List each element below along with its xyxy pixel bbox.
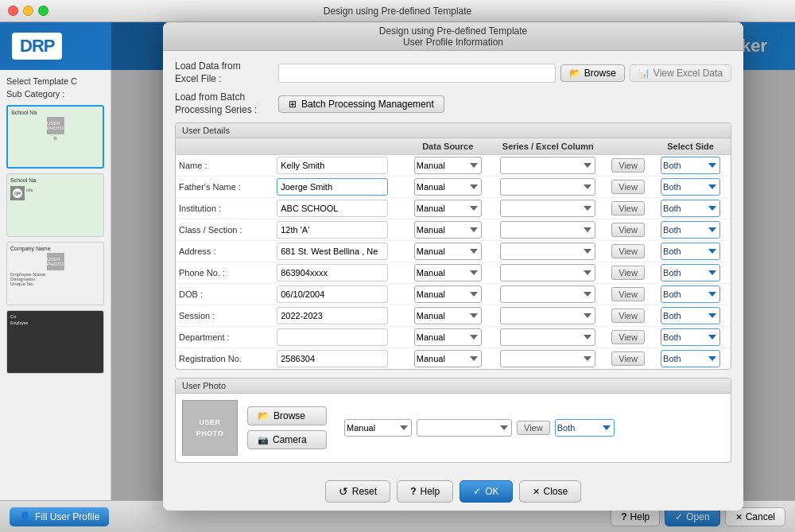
field-side-select-3[interactable]: Both Front Back (661, 221, 720, 239)
modal-overlay: Design using Pre-defined Template User P… (111, 22, 795, 500)
field-side-select-6[interactable]: Both Front Back (661, 285, 720, 303)
photo-browse-button[interactable]: 📂 Browse (247, 406, 327, 425)
ok-button[interactable]: OK (460, 480, 512, 503)
batch-processing-button[interactable]: Batch Processing Management (278, 95, 444, 113)
window-title: Design using Pre-defined Template (324, 6, 472, 17)
photo-camera-button[interactable]: Camera (247, 430, 327, 449)
photo-source-select[interactable]: Manual Series (344, 419, 412, 437)
select-template-label: Select Template C (6, 76, 104, 86)
field-series-select-3[interactable] (500, 221, 595, 239)
field-source-select-3[interactable]: Manual Series Excel (414, 221, 482, 239)
excel-browse-button[interactable]: 📂 Browse (560, 64, 625, 82)
field-view-btn-8[interactable]: View (611, 330, 645, 344)
field-series-select-0[interactable] (500, 157, 595, 174)
field-source-select-7[interactable]: Manual Series Excel (414, 307, 482, 324)
maximize-window-btn[interactable] (38, 6, 48, 16)
field-view-btn-3[interactable]: View (611, 223, 645, 237)
col-header-side: Select Side (650, 138, 731, 155)
template-thumb-4[interactable]: Co Employee (6, 310, 104, 374)
photo-side-select[interactable]: Both Front Back (555, 419, 615, 437)
load-batch-row: Load from BatchProcessing Series : Batch… (175, 91, 731, 116)
field-value-cell-6 (273, 284, 405, 305)
photo-series-select[interactable] (417, 419, 512, 437)
field-series-select-7[interactable] (500, 307, 595, 324)
template-thumb-1[interactable]: School Na USERPHOTO S (6, 105, 104, 169)
field-view-btn-9[interactable]: View (611, 351, 645, 366)
field-view-btn-0[interactable]: View (611, 158, 645, 173)
field-input-6[interactable] (277, 285, 388, 303)
field-source-select-9[interactable]: Manual Series Excel (414, 350, 482, 367)
field-input-1[interactable] (277, 178, 388, 196)
field-view-btn-4[interactable]: View (611, 244, 645, 258)
field-series-select-1[interactable] (500, 178, 595, 196)
field-view-btn-1[interactable]: View (611, 180, 645, 194)
field-side-select-9[interactable]: Both Front Back (661, 350, 720, 367)
help-button[interactable]: Help (397, 480, 453, 503)
app-logo: DRP (12, 33, 62, 60)
batch-icon (289, 99, 297, 110)
field-series-cell-9 (490, 348, 606, 370)
field-series-cell-5 (490, 262, 606, 284)
sidebar: Select Template C Sub Category : School … (0, 70, 111, 500)
field-side-cell-8: Both Front Back (650, 327, 731, 348)
field-side-select-4[interactable]: Both Front Back (661, 243, 720, 260)
close-window-btn[interactable] (8, 6, 18, 16)
field-side-cell-7: Both Front Back (650, 305, 731, 327)
excel-file-input[interactable] (278, 64, 556, 83)
field-source-select-0[interactable]: Manual Series Excel (414, 157, 482, 174)
template-thumb-3[interactable]: Company Name USERPHOTO Employee NameDesi… (6, 242, 104, 305)
field-view-btn-7[interactable]: View (611, 309, 645, 323)
field-input-4[interactable] (277, 243, 388, 260)
field-series-select-8[interactable] (500, 328, 595, 346)
field-series-select-4[interactable] (500, 243, 595, 260)
close-button[interactable]: Close (519, 480, 582, 503)
field-value-cell-4 (273, 241, 405, 262)
field-series-select-5[interactable] (500, 264, 595, 282)
fill-user-profile-button[interactable]: 👤 Fill User Profile (10, 507, 109, 526)
field-label-5: Phone No. : (176, 262, 273, 284)
field-side-select-7[interactable]: Both Front Back (661, 307, 720, 324)
field-label-6: DOB : (176, 284, 273, 305)
field-input-9[interactable] (277, 350, 388, 367)
field-side-select-2[interactable]: Both Front Back (661, 200, 720, 217)
field-view-btn-2[interactable]: View (611, 201, 645, 216)
table-row: Address : Manual Series Excel View (176, 241, 731, 262)
field-input-5[interactable] (277, 264, 388, 282)
photo-view-button[interactable]: View (517, 421, 550, 435)
field-series-select-2[interactable] (500, 200, 595, 217)
window-controls (8, 6, 48, 16)
field-view-btn-5[interactable]: View (611, 266, 645, 280)
field-side-select-1[interactable]: Both Front Back (661, 178, 720, 196)
field-source-select-5[interactable]: Manual Series Excel (414, 264, 482, 282)
user-details-section: User Details Data Source Series / Excel … (175, 122, 731, 370)
reset-button[interactable]: Reset (325, 480, 390, 503)
view-excel-button[interactable]: 📊 View Excel Data (630, 64, 731, 82)
field-source-select-2[interactable]: Manual Series Excel (414, 200, 482, 217)
field-source-cell-0: Manual Series Excel (405, 155, 490, 177)
minimize-window-btn[interactable] (23, 6, 33, 16)
field-input-8[interactable] (277, 328, 388, 346)
field-side-select-0[interactable]: Both Front Back (661, 157, 720, 174)
field-source-cell-2: Manual Series Excel (405, 198, 490, 219)
field-side-select-5[interactable]: Both Front Back (661, 264, 720, 282)
field-source-select-4[interactable]: Manual Series Excel (414, 243, 482, 260)
field-side-select-8[interactable]: Both Front Back (661, 328, 720, 346)
camera-icon (258, 434, 269, 445)
field-input-7[interactable] (277, 307, 388, 324)
field-series-cell-0 (490, 155, 606, 177)
field-source-select-1[interactable]: Manual Series Excel (414, 178, 482, 196)
field-input-0[interactable] (277, 157, 388, 174)
field-view-btn-6[interactable]: View (611, 287, 645, 301)
field-side-cell-4: Both Front Back (650, 241, 731, 262)
table-row: Class / Section : Manual Series Excel Vi… (176, 219, 731, 241)
modal-title: Design using Pre-defined Template (379, 25, 528, 37)
field-series-cell-4 (490, 241, 606, 262)
table-row: Institution : Manual Series Excel View (176, 198, 731, 219)
field-input-2[interactable] (277, 200, 388, 217)
field-input-3[interactable] (277, 221, 388, 239)
field-source-select-8[interactable]: Manual Series Excel (414, 328, 482, 346)
field-source-select-6[interactable]: Manual Series Excel (414, 285, 482, 303)
field-series-select-6[interactable] (500, 285, 595, 303)
template-thumb-2[interactable]: School Na QR Info (6, 173, 104, 237)
field-series-select-9[interactable] (500, 350, 595, 367)
